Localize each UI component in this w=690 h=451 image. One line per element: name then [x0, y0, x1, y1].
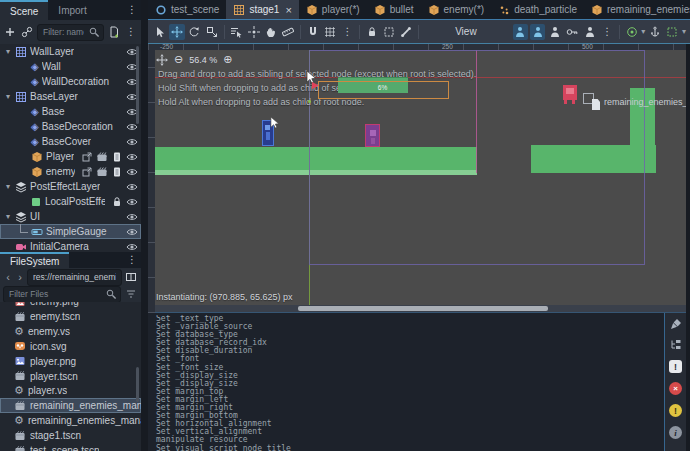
scene-filter-input[interactable] — [41, 26, 86, 38]
scene-tree-row-posteffectlayer[interactable]: ▾PostEffectLayer — [0, 179, 141, 194]
scene-tree-row-basedecoration[interactable]: ◈BaseDecoration — [0, 119, 141, 134]
scene-tree-row-player[interactable]: Player — [0, 149, 141, 164]
enemy-sprite-purple[interactable] — [365, 124, 380, 147]
history-back-button[interactable]: ‹ — [3, 271, 13, 283]
close-tab-icon[interactable]: × — [285, 4, 291, 16]
scene-tree-row-baselayer[interactable]: ▾BaseLayer — [0, 89, 141, 104]
scene-tree-row-wall[interactable]: ◈Wall — [0, 59, 141, 74]
current-path-field[interactable] — [31, 271, 118, 283]
smart-snap-button[interactable] — [305, 24, 320, 40]
scene-tab-test-scene[interactable]: test_scene — [148, 0, 226, 19]
debugger-tree-button[interactable] — [670, 339, 682, 352]
scene-tree-row-initialcamera[interactable]: InitialCamera — [0, 239, 141, 252]
file-row-remaining-enemies-mana-[interactable]: ⚙remaining_enemies_mana... — [0, 413, 141, 428]
warnings-badge[interactable]: ! — [669, 404, 682, 417]
file-row-enemy-vs[interactable]: ⚙enemy.vs — [0, 324, 141, 339]
file-row-remaining-enemies-mana-[interactable]: remaining_enemies_mana... — [0, 398, 141, 413]
movie-toggle-icon[interactable] — [96, 165, 108, 177]
output-log[interactable]: Set _text_typeSet _variable_sourceSet da… — [148, 315, 672, 451]
insert-key-pose2-button[interactable] — [530, 24, 545, 40]
eye-toggle-icon[interactable] — [126, 210, 138, 222]
zoom-out-button[interactable]: ⊖ — [174, 53, 183, 66]
tab-scene[interactable]: Scene — [0, 0, 48, 20]
onion-skinning-button[interactable] — [624, 24, 639, 40]
filesystem-menu-button[interactable]: ⋮ — [123, 252, 141, 268]
split-mode-button[interactable] — [124, 270, 138, 284]
eye-toggle-icon[interactable] — [126, 165, 138, 177]
eye-toggle-icon[interactable] — [126, 195, 138, 207]
file-row-player-tscn[interactable]: player.tscn — [0, 369, 141, 384]
select-tool-button[interactable] — [152, 24, 167, 40]
tab-filesystem[interactable]: FileSystem — [0, 252, 69, 268]
group-object-button[interactable] — [381, 24, 396, 40]
horizontal-scrollbar[interactable] — [155, 305, 686, 312]
pan-view-icon[interactable] — [156, 53, 168, 66]
scrollbar-thumb[interactable] — [298, 306, 548, 311]
scene-tree-row-base[interactable]: ◈Base — [0, 104, 141, 119]
scene-tree-row-ui[interactable]: ▾UI — [0, 209, 141, 224]
script-toggle-icon[interactable] — [111, 165, 123, 177]
scene-tree-row-simplegauge[interactable]: SimpleGauge — [0, 224, 141, 239]
move-tool-button[interactable] — [169, 24, 184, 40]
insert-key-pose-button[interactable] — [513, 24, 528, 40]
ruler-tool-button[interactable] — [281, 24, 296, 40]
scale-tool-button[interactable] — [204, 24, 219, 40]
zoom-in-button[interactable]: ⊕ — [223, 53, 232, 66]
expand-chevron-icon[interactable]: ▾ — [4, 92, 12, 101]
viewport-2d[interactable]: -250 250 500 ⊖ 56.4 % ⊕ Drag and drop to… — [148, 44, 686, 313]
scene-dock-menu-button[interactable]: ⋮ — [123, 0, 141, 20]
apply-pose-button[interactable] — [547, 24, 562, 40]
lock-toggle-icon[interactable] — [111, 195, 123, 207]
instance-scene-button[interactable] — [20, 25, 34, 39]
scene-tree-row-walllayer[interactable]: ▾WallLayer — [0, 44, 141, 59]
clear-output-button[interactable] — [670, 317, 682, 330]
scene-tree-row-enemy[interactable]: enemy — [0, 164, 141, 179]
scene-tree-row-walldecoration[interactable]: ◈WallDecoration — [0, 74, 141, 89]
scene-tab-player-[interactable]: player(*) — [299, 0, 367, 19]
enemy-sprite-red[interactable] — [563, 85, 577, 100]
errors-badge[interactable]: × — [669, 382, 682, 395]
anchor-preset-button[interactable] — [647, 24, 662, 40]
history-forward-button[interactable]: › — [15, 271, 25, 283]
grid-snap-button[interactable] — [322, 24, 337, 40]
view-menu-button[interactable]: View — [451, 26, 481, 37]
file-list-scrollbar[interactable] — [136, 367, 139, 402]
file-row-player-vs[interactable]: ⚙player.vs — [0, 383, 141, 398]
expand-chevron-icon[interactable]: ▾ — [4, 182, 12, 191]
copy-pose-button[interactable] — [582, 24, 597, 40]
add-node-button[interactable] — [3, 25, 17, 39]
animation-options-button[interactable]: ⋮ — [600, 24, 615, 40]
scene-tab-enemy-[interactable]: enemy(*) — [421, 0, 492, 19]
rotate-tool-button[interactable] — [187, 24, 202, 40]
eye-toggle-icon[interactable] — [126, 150, 138, 162]
file-row-enemy-tscn[interactable]: enemy.tscn — [0, 309, 141, 324]
file-row-icon-svg[interactable]: icon.svg — [0, 339, 141, 354]
eye-toggle-icon[interactable] — [126, 135, 138, 147]
eye-toggle-icon[interactable] — [126, 180, 138, 192]
insert-key-button[interactable] — [565, 24, 580, 40]
expand-chevron-icon[interactable]: ▾ — [4, 47, 12, 56]
movie-toggle-icon[interactable] — [96, 150, 108, 162]
script-toggle-icon[interactable] — [111, 150, 123, 162]
scene-tab-bullet[interactable]: bullet — [367, 0, 421, 19]
open-scene-toggle-icon[interactable] — [81, 150, 93, 162]
sort-files-button[interactable] — [124, 287, 138, 301]
scene-tree-scrollbar[interactable] — [136, 46, 139, 124]
chevron-down-icon[interactable]: ▾ — [682, 27, 686, 36]
scene-tree-row-basecover[interactable]: ◈BaseCover — [0, 134, 141, 149]
skeleton-options-button[interactable] — [399, 24, 414, 40]
file-filter-input[interactable] — [7, 288, 103, 300]
scene-tab-stage1[interactable]: stage1× — [226, 0, 298, 19]
snap-options-button[interactable]: ⋮ — [340, 24, 355, 40]
list-select-button[interactable] — [228, 24, 243, 40]
pivot-tool-button[interactable] — [246, 24, 261, 40]
scene-tree-menu-button[interactable]: ⋮ — [124, 25, 138, 39]
attach-script-button[interactable] — [107, 25, 121, 39]
pan-tool-button[interactable] — [263, 24, 278, 40]
container-sizing-button[interactable] — [665, 24, 680, 40]
file-row-stage1-tscn[interactable]: stage1.tscn — [0, 428, 141, 443]
open-scene-toggle-icon[interactable] — [81, 165, 93, 177]
lock-object-button[interactable] — [364, 24, 379, 40]
scene-tab-remaining-enemies-manager[interactable]: remaining_enemies_manager — [584, 0, 690, 19]
tab-import[interactable]: Import — [48, 0, 96, 20]
